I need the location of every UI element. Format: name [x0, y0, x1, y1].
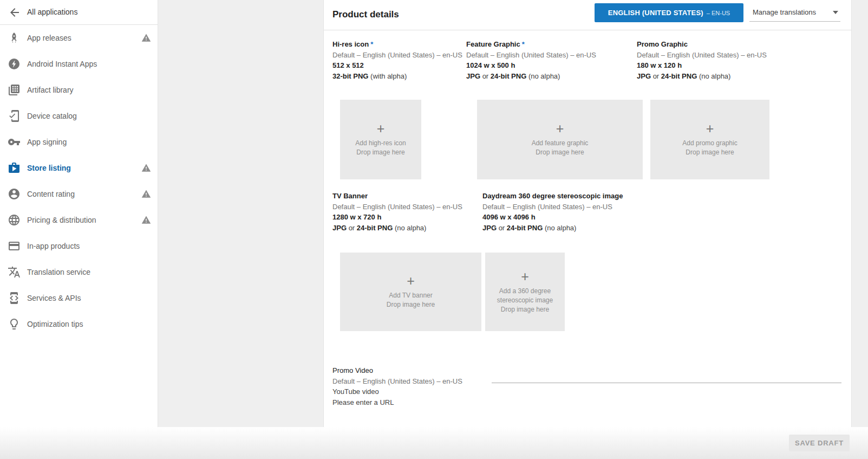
caret-down-icon — [833, 11, 838, 14]
promo-video-title: Promo Video — [332, 365, 462, 376]
key-icon — [8, 135, 21, 148]
credit-card-icon — [8, 240, 21, 253]
asset-format: JPG or 24-bit PNG (no alpha) — [332, 223, 462, 234]
sidebar-item-translation-service[interactable]: Translation service — [0, 259, 158, 285]
page-title: Product details — [332, 9, 399, 20]
plus-icon: + — [377, 122, 385, 135]
asset-info-daydream-360: Daydream 360 degree stereoscopic image D… — [482, 191, 624, 233]
sidebar-item-label: Optimization tips — [27, 311, 83, 337]
sidebar: All applications App releases Android In… — [0, 0, 158, 427]
youtube-url-input[interactable] — [492, 369, 841, 383]
developer-mode-icon — [8, 292, 21, 305]
upload-box-hi-res-icon[interactable]: + Add high-res icon Drop image here — [340, 100, 421, 179]
language-button[interactable]: ENGLISH (UNITED STATES) – EN-US — [595, 3, 743, 22]
required-asterisk: * — [522, 40, 525, 48]
promo-video-platform: YouTube video — [332, 386, 462, 397]
sidebar-item-label: Services & APIs — [27, 285, 81, 311]
sidebar-item-device-catalog[interactable]: Device catalog — [0, 103, 158, 129]
sidebar-item-services-apis[interactable]: Services & APIs — [0, 285, 158, 311]
asset-title: Hi-res icon — [332, 40, 369, 48]
save-draft-button[interactable]: SAVE DRAFT — [789, 435, 850, 451]
arrow-left-icon — [8, 6, 21, 19]
asset-title: Daydream 360 degree stereoscopic image — [482, 192, 623, 200]
sidebar-item-app-releases[interactable]: App releases — [0, 25, 158, 51]
language-button-label: ENGLISH (UNITED STATES) — [608, 9, 703, 17]
asset-dimensions: 1024 w x 500 h — [466, 60, 596, 71]
warning-triangle-icon — [141, 189, 151, 199]
sidebar-item-optimization-tips[interactable]: Optimization tips — [0, 311, 158, 337]
card-header: Product details ENGLISH (UNITED STATES) … — [324, 0, 851, 30]
asset-default-language: Default – English (United States) – en-U… — [466, 50, 596, 61]
asset-default-language: Default – English (United States) – en-U… — [332, 202, 462, 212]
footer-bar: SAVE DRAFT — [0, 427, 868, 459]
asset-dimensions: 4096 w x 4096 h — [482, 212, 624, 223]
manage-translations-label: Manage translations — [753, 8, 816, 16]
sidebar-item-label: Content rating — [27, 181, 75, 207]
asset-format: 32-bit PNG (with alpha) — [332, 71, 462, 82]
asset-dimensions: 1280 w x 720 h — [332, 212, 462, 223]
asset-format: JPG or 24-bit PNG (no alpha) — [482, 223, 624, 234]
promo-video-section: Promo Video Default – English (United St… — [332, 365, 462, 408]
asset-title: TV Banner — [332, 192, 368, 200]
sidebar-item-in-app-products[interactable]: In-app products — [0, 233, 158, 259]
upload-drop-label: Drop image here — [356, 148, 404, 157]
sidebar-item-label: Device catalog — [27, 103, 77, 129]
rocket-icon — [8, 31, 21, 44]
plus-icon: + — [407, 274, 415, 287]
sidebar-item-store-listing[interactable]: Store listing — [0, 155, 158, 181]
required-asterisk: * — [370, 40, 373, 48]
sidebar-item-android-instant-apps[interactable]: Android Instant Apps — [0, 51, 158, 77]
upload-add-label: Add promo graphic — [677, 139, 742, 148]
upload-box-promo-graphic[interactable]: + Add promo graphic Drop image here — [650, 100, 769, 179]
translate-icon — [8, 266, 21, 279]
sidebar-item-label: App releases — [27, 25, 71, 51]
sidebar-item-label: App signing — [27, 129, 67, 155]
sidebar-item-label: Artifact library — [27, 77, 74, 103]
language-button-suffix: – EN-US — [707, 10, 730, 16]
promo-video-default-language: Default – English (United States) – en-U… — [332, 376, 462, 387]
asset-dimensions: 512 x 512 — [332, 60, 462, 71]
sidebar-item-app-signing[interactable]: App signing — [0, 129, 158, 155]
plus-icon: + — [521, 270, 529, 283]
manage-translations-dropdown[interactable]: Manage translations — [749, 3, 840, 22]
asset-info-feature-graphic: Feature Graphic* Default – English (Unit… — [466, 39, 596, 81]
upload-drop-label: Drop image here — [536, 148, 584, 157]
upload-drop-label: Drop image here — [501, 305, 549, 314]
upload-drop-label: Drop image here — [387, 300, 435, 309]
upload-drop-label: Drop image here — [686, 148, 734, 157]
upload-box-daydream-360[interactable]: + Add a 360 degree stereoscopic image Dr… — [485, 253, 565, 331]
sidebar-item-label: Android Instant Apps — [27, 51, 97, 77]
plus-icon: + — [556, 122, 564, 135]
asset-title: Promo Graphic — [637, 40, 688, 48]
product-details-card: Product details ENGLISH (UNITED STATES) … — [323, 0, 852, 427]
upload-box-feature-graphic[interactable]: + Add feature graphic Drop image here — [477, 100, 643, 179]
upload-add-label: Add a 360 degree stereoscopic image — [485, 287, 565, 305]
media-library-icon — [8, 83, 21, 96]
sidebar-item-label: Translation service — [27, 259, 90, 285]
asset-format: JPG or 24-bit PNG (no alpha) — [637, 71, 767, 82]
asset-default-language: Default – English (United States) – en-U… — [332, 50, 462, 61]
asset-info-hi-res-icon: Hi-res icon* Default – English (United S… — [332, 39, 462, 81]
asset-default-language: Default – English (United States) – en-U… — [637, 50, 767, 61]
play-store-bag-icon — [8, 161, 21, 174]
lightbulb-icon — [8, 318, 21, 331]
person-circle-icon — [8, 188, 21, 201]
warning-triangle-icon — [141, 33, 151, 43]
asset-default-language: Default – English (United States) – en-U… — [482, 202, 624, 212]
sidebar-item-artifact-library[interactable]: Artifact library — [0, 77, 158, 103]
sidebar-item-pricing-distribution[interactable]: Pricing & distribution — [0, 207, 158, 233]
promo-video-hint: Please enter a URL — [332, 397, 462, 408]
upload-add-label: Add feature graphic — [526, 139, 594, 148]
phone-check-icon — [8, 109, 21, 122]
sidebar-back-all-applications[interactable]: All applications — [0, 0, 158, 25]
sidebar-item-label: Pricing & distribution — [27, 207, 96, 233]
sidebar-item-label: Store listing — [27, 155, 71, 181]
asset-format: JPG or 24-bit PNG (no alpha) — [466, 71, 596, 82]
sidebar-item-content-rating[interactable]: Content rating — [0, 181, 158, 207]
sidebar-item-label: In-app products — [27, 233, 80, 259]
upload-add-label: Add TV banner — [383, 291, 438, 300]
asset-info-tv-banner: TV Banner Default – English (United Stat… — [332, 191, 462, 233]
lightning-circle-icon — [8, 57, 21, 70]
globe-icon — [8, 214, 21, 227]
upload-box-tv-banner[interactable]: + Add TV banner Drop image here — [340, 253, 481, 331]
